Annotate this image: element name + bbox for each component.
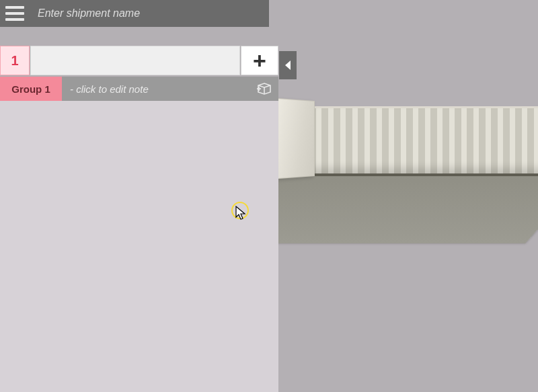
tab-spacer (30, 46, 240, 75)
tab-row: 1 + (0, 46, 278, 75)
group-note-placeholder: - click to edit note (70, 83, 149, 95)
add-box-icon[interactable] (256, 82, 272, 95)
group-note-input[interactable]: - click to edit note (62, 77, 278, 101)
menu-icon[interactable] (5, 3, 27, 24)
left-panel-body (0, 101, 278, 392)
container-floor (278, 169, 538, 243)
add-tab-button[interactable]: + (241, 46, 278, 75)
container-wall (309, 106, 538, 176)
svg-marker-5 (236, 206, 245, 219)
group-row: Group 1 - click to edit note (0, 77, 278, 101)
top-bar (0, 0, 269, 27)
group-label[interactable]: Group 1 (0, 77, 62, 101)
viewport-3d[interactable] (278, 0, 538, 392)
container-door (278, 98, 315, 179)
tab-1[interactable]: 1 (0, 46, 30, 75)
shipment-name-input[interactable] (38, 7, 264, 19)
cursor-icon (235, 206, 247, 221)
